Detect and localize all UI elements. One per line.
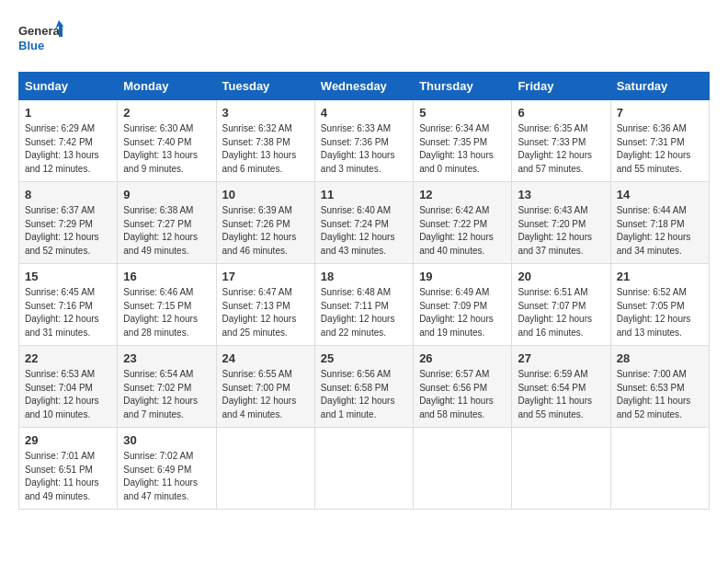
day-number: 2 (123, 106, 210, 120)
day-info: Sunrise: 7:02 AMSunset: 6:49 PMDaylight:… (123, 451, 198, 501)
day-number: 24 (222, 351, 309, 365)
calendar-cell: 22 Sunrise: 6:53 AMSunset: 7:04 PMDaylig… (19, 346, 118, 428)
calendar-cell: 28 Sunrise: 7:00 AMSunset: 6:53 PMDaylig… (610, 346, 709, 428)
day-info: Sunrise: 6:32 AMSunset: 7:38 PMDaylight:… (222, 123, 297, 174)
calendar-cell: 6 Sunrise: 6:35 AMSunset: 7:33 PMDayligh… (512, 100, 610, 182)
day-info: Sunrise: 6:46 AMSunset: 7:15 PMDaylight:… (123, 287, 198, 338)
calendar-cell (414, 428, 512, 510)
day-info: Sunrise: 6:43 AMSunset: 7:20 PMDaylight:… (518, 205, 592, 256)
day-info: Sunrise: 6:29 AMSunset: 7:42 PMDaylight:… (25, 123, 99, 174)
calendar-cell: 24 Sunrise: 6:55 AMSunset: 7:00 PMDaylig… (216, 346, 314, 428)
calendar-cell: 3 Sunrise: 6:32 AMSunset: 7:38 PMDayligh… (216, 100, 314, 182)
day-number: 1 (25, 106, 111, 120)
day-info: Sunrise: 6:42 AMSunset: 7:22 PMDaylight:… (419, 205, 494, 256)
calendar-cell: 10 Sunrise: 6:39 AMSunset: 7:26 PMDaylig… (216, 182, 314, 264)
calendar-week-row: 22 Sunrise: 6:53 AMSunset: 7:04 PMDaylig… (19, 346, 710, 428)
day-number: 23 (123, 351, 210, 365)
calendar-cell: 20 Sunrise: 6:51 AMSunset: 7:07 PMDaylig… (512, 264, 610, 346)
calendar-cell (314, 428, 413, 510)
calendar-cell: 30 Sunrise: 7:02 AMSunset: 6:49 PMDaylig… (118, 428, 216, 510)
weekday-header: Tuesday (216, 73, 314, 100)
calendar-week-row: 15 Sunrise: 6:45 AMSunset: 7:16 PMDaylig… (19, 264, 710, 346)
day-info: Sunrise: 6:54 AMSunset: 7:02 PMDaylight:… (123, 369, 198, 419)
day-number: 3 (222, 106, 309, 120)
calendar-cell: 5 Sunrise: 6:34 AMSunset: 7:35 PMDayligh… (414, 100, 512, 182)
svg-text:Blue: Blue (18, 39, 44, 52)
calendar-cell: 15 Sunrise: 6:45 AMSunset: 7:16 PMDaylig… (19, 264, 118, 346)
day-info: Sunrise: 7:00 AMSunset: 6:53 PMDaylight:… (617, 369, 691, 419)
svg-text:General: General (18, 24, 63, 38)
day-number: 11 (321, 188, 407, 201)
day-number: 28 (617, 351, 703, 365)
day-number: 25 (321, 351, 407, 365)
day-number: 27 (518, 351, 604, 365)
calendar-cell: 16 Sunrise: 6:46 AMSunset: 7:15 PMDaylig… (118, 264, 216, 346)
day-number: 21 (617, 270, 703, 283)
weekday-header: Saturday (610, 73, 709, 100)
calendar-cell: 14 Sunrise: 6:44 AMSunset: 7:18 PMDaylig… (610, 182, 709, 264)
calendar-cell: 8 Sunrise: 6:37 AMSunset: 7:29 PMDayligh… (19, 182, 118, 264)
day-number: 7 (617, 106, 703, 120)
day-number: 20 (518, 270, 604, 283)
day-number: 10 (222, 188, 309, 201)
day-number: 5 (419, 106, 506, 120)
weekday-header-row: SundayMondayTuesdayWednesdayThursdayFrid… (19, 73, 710, 100)
day-number: 15 (25, 270, 111, 283)
day-info: Sunrise: 6:44 AMSunset: 7:18 PMDaylight:… (617, 205, 691, 256)
day-number: 26 (419, 351, 506, 365)
day-number: 14 (617, 188, 703, 201)
day-number: 8 (25, 188, 111, 201)
weekday-header: Monday (118, 73, 216, 100)
day-info: Sunrise: 6:51 AMSunset: 7:07 PMDaylight:… (518, 287, 592, 338)
calendar-cell: 21 Sunrise: 6:52 AMSunset: 7:05 PMDaylig… (610, 264, 709, 346)
day-info: Sunrise: 6:37 AMSunset: 7:29 PMDaylight:… (25, 205, 99, 256)
day-number: 29 (25, 433, 111, 447)
logo: General Blue (18, 18, 64, 57)
calendar: SundayMondayTuesdayWednesdayThursdayFrid… (18, 72, 710, 510)
weekday-header: Friday (512, 73, 610, 100)
day-number: 6 (518, 106, 604, 120)
day-info: Sunrise: 6:34 AMSunset: 7:35 PMDaylight:… (419, 123, 494, 174)
day-number: 18 (321, 270, 407, 283)
calendar-cell (216, 428, 314, 510)
calendar-cell: 18 Sunrise: 6:48 AMSunset: 7:11 PMDaylig… (314, 264, 413, 346)
day-info: Sunrise: 6:40 AMSunset: 7:24 PMDaylight:… (321, 205, 395, 256)
header: General Blue (18, 18, 710, 57)
logo-svg: General Blue (18, 18, 64, 57)
calendar-cell: 11 Sunrise: 6:40 AMSunset: 7:24 PMDaylig… (314, 182, 413, 264)
calendar-cell: 26 Sunrise: 6:57 AMSunset: 6:56 PMDaylig… (414, 346, 512, 428)
calendar-cell: 2 Sunrise: 6:30 AMSunset: 7:40 PMDayligh… (118, 100, 216, 182)
day-info: Sunrise: 6:57 AMSunset: 6:56 PMDaylight:… (419, 369, 494, 419)
day-number: 30 (123, 433, 210, 447)
day-info: Sunrise: 6:47 AMSunset: 7:13 PMDaylight:… (222, 287, 297, 338)
day-info: Sunrise: 6:53 AMSunset: 7:04 PMDaylight:… (25, 369, 99, 419)
day-number: 4 (321, 106, 407, 120)
day-info: Sunrise: 6:33 AMSunset: 7:36 PMDaylight:… (321, 123, 395, 174)
day-info: Sunrise: 6:30 AMSunset: 7:40 PMDaylight:… (123, 123, 198, 174)
day-info: Sunrise: 6:55 AMSunset: 7:00 PMDaylight:… (222, 369, 297, 419)
calendar-cell: 25 Sunrise: 6:56 AMSunset: 6:58 PMDaylig… (314, 346, 413, 428)
calendar-cell: 23 Sunrise: 6:54 AMSunset: 7:02 PMDaylig… (118, 346, 216, 428)
day-info: Sunrise: 6:48 AMSunset: 7:11 PMDaylight:… (321, 287, 395, 338)
calendar-cell: 17 Sunrise: 6:47 AMSunset: 7:13 PMDaylig… (216, 264, 314, 346)
day-info: Sunrise: 7:01 AMSunset: 6:51 PMDaylight:… (25, 451, 99, 501)
day-info: Sunrise: 6:56 AMSunset: 6:58 PMDaylight:… (321, 369, 395, 419)
calendar-week-row: 8 Sunrise: 6:37 AMSunset: 7:29 PMDayligh… (19, 182, 710, 264)
calendar-cell: 19 Sunrise: 6:49 AMSunset: 7:09 PMDaylig… (414, 264, 512, 346)
day-info: Sunrise: 6:36 AMSunset: 7:31 PMDaylight:… (617, 123, 691, 174)
day-number: 19 (419, 270, 506, 283)
calendar-cell: 13 Sunrise: 6:43 AMSunset: 7:20 PMDaylig… (512, 182, 610, 264)
day-info: Sunrise: 6:52 AMSunset: 7:05 PMDaylight:… (617, 287, 691, 338)
calendar-cell (512, 428, 610, 510)
calendar-cell: 4 Sunrise: 6:33 AMSunset: 7:36 PMDayligh… (314, 100, 413, 182)
calendar-cell: 12 Sunrise: 6:42 AMSunset: 7:22 PMDaylig… (414, 182, 512, 264)
day-info: Sunrise: 6:38 AMSunset: 7:27 PMDaylight:… (123, 205, 198, 256)
calendar-week-row: 29 Sunrise: 7:01 AMSunset: 6:51 PMDaylig… (19, 428, 710, 510)
calendar-cell: 27 Sunrise: 6:59 AMSunset: 6:54 PMDaylig… (512, 346, 610, 428)
day-info: Sunrise: 6:45 AMSunset: 7:16 PMDaylight:… (25, 287, 99, 338)
day-number: 12 (419, 188, 506, 201)
day-number: 16 (123, 270, 210, 283)
day-number: 9 (123, 188, 210, 201)
day-number: 22 (25, 351, 111, 365)
weekday-header: Sunday (19, 73, 118, 100)
